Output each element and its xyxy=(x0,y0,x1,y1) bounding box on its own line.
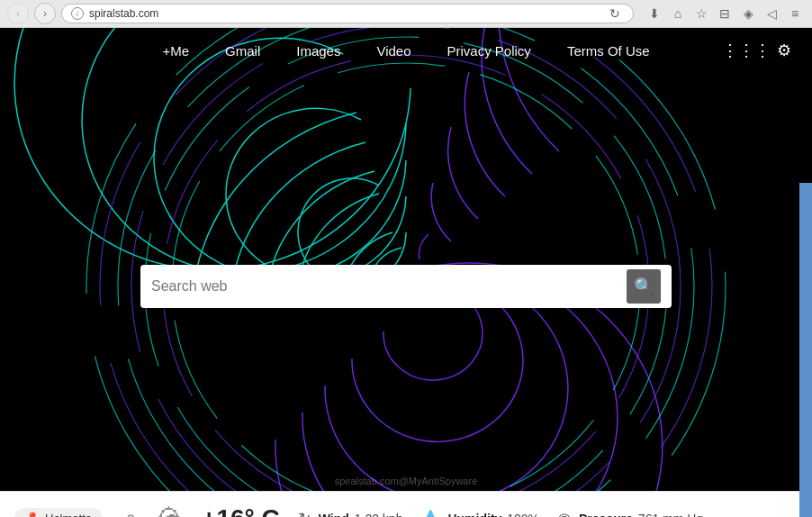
url-text: spiralstab.com xyxy=(89,7,600,20)
nav-link-privacy-policy[interactable]: Privacy Policy xyxy=(447,43,531,59)
location-badge[interactable]: 📍 Helmetta xyxy=(14,508,103,517)
weather-condition-icon: 🌥 xyxy=(158,503,184,517)
wind-label: Wind xyxy=(319,512,349,518)
browser-titlebar: ‹ › i spiralstab.com ↻ ⬇ ⌂ ☆ ⊟ ◈ ◁ ≡ xyxy=(0,0,812,27)
weather-bar: 📍 Helmetta ⚙ 🌥 +16° C ↻ Wind 1.22 kph 💧 … xyxy=(0,491,812,517)
pressure-detail: ◉ Pressure 761 mm Hg xyxy=(557,509,703,518)
humidity-detail: 💧 Humidity 100% xyxy=(420,509,539,518)
search-input[interactable] xyxy=(151,278,619,295)
forward-icon: › xyxy=(43,7,47,20)
wind-value: 1.22 kph xyxy=(355,512,403,518)
location-pin-icon: 📍 xyxy=(25,512,40,517)
nav-link-images[interactable]: Images xyxy=(296,43,340,59)
pressure-icon: ◉ xyxy=(557,509,572,518)
settings-icon[interactable]: ⚙ xyxy=(771,37,798,64)
nav-icons: ⋮⋮⋮ ⚙ xyxy=(733,37,798,64)
nav-link-terms-of-use[interactable]: Terms Of Use xyxy=(567,43,650,59)
download-icon[interactable]: ⬇ xyxy=(645,4,664,23)
weather-settings-icon[interactable]: ⚙ xyxy=(121,509,140,518)
forward-button[interactable]: › xyxy=(34,3,56,24)
reader-icon[interactable]: ◁ xyxy=(762,4,781,23)
search-container: 🔍 xyxy=(140,265,672,308)
search-icon: 🔍 xyxy=(634,277,654,296)
wind-icon: ↻ xyxy=(298,509,311,518)
back-icon: ‹ xyxy=(16,7,20,20)
page-content: +Me Gmail Images Video Privacy Policy Te… xyxy=(0,28,812,517)
nav-link-gmail[interactable]: Gmail xyxy=(225,43,260,59)
back-button[interactable]: ‹ xyxy=(7,3,29,24)
humidity-value: 100% xyxy=(507,512,539,518)
humidity-icon: 💧 xyxy=(420,509,440,518)
pressure-value: 761 mm Hg xyxy=(638,512,703,518)
page-nav: +Me Gmail Images Video Privacy Policy Te… xyxy=(0,28,812,73)
search-button[interactable]: 🔍 xyxy=(627,269,661,304)
toolbar-icons: ⬇ ⌂ ☆ ⊟ ◈ ◁ ≡ xyxy=(645,4,805,23)
info-icon: i xyxy=(71,7,84,20)
home-icon[interactable]: ⌂ xyxy=(668,4,688,23)
star-icon[interactable]: ☆ xyxy=(691,4,711,23)
bookmark-icon[interactable]: ⊟ xyxy=(715,4,735,23)
menu-icon[interactable]: ≡ xyxy=(785,4,805,23)
search-box: 🔍 xyxy=(140,265,672,308)
reload-button[interactable]: ↻ xyxy=(606,5,624,23)
temperature-display: +16° C xyxy=(202,504,280,518)
pressure-label: Pressure xyxy=(579,512,633,518)
nav-link-me[interactable]: +Me xyxy=(162,43,189,59)
browser-chrome: ‹ › i spiralstab.com ↻ ⬇ ⌂ ☆ ⊟ ◈ ◁ ≡ xyxy=(0,0,812,28)
location-name: Helmetta xyxy=(45,512,92,517)
pocket-icon[interactable]: ◈ xyxy=(738,4,758,23)
watermark: spiralstab.com@MyAntiSpyware xyxy=(335,476,478,486)
wind-detail: ↻ Wind 1.22 kph xyxy=(298,509,403,518)
nav-link-video[interactable]: Video xyxy=(376,43,411,59)
address-bar[interactable]: i spiralstab.com ↻ xyxy=(61,4,634,23)
scroll-indicator[interactable] xyxy=(799,183,812,517)
humidity-label: Humidity xyxy=(447,512,501,518)
grid-icon[interactable]: ⋮⋮⋮ xyxy=(733,37,760,64)
